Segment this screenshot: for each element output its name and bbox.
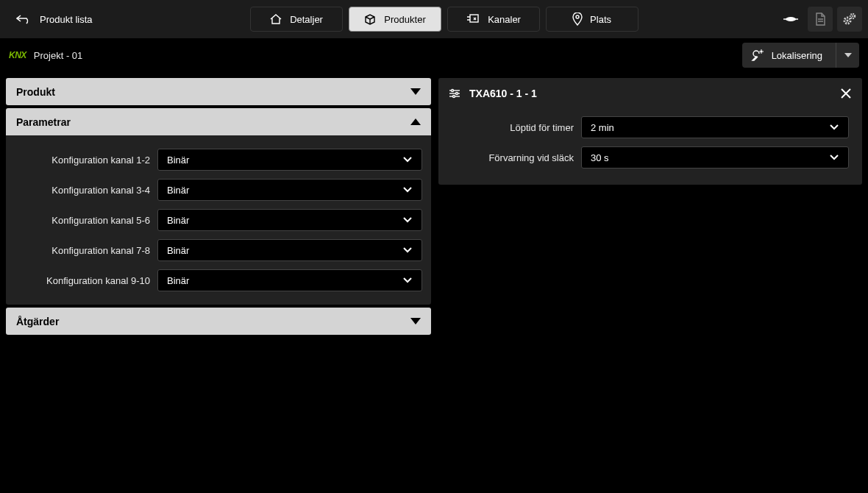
localize-button-group: Lokalisering (742, 43, 859, 68)
channels-icon (466, 13, 480, 25)
param-select[interactable]: Binär (157, 149, 422, 171)
pin-icon (572, 13, 583, 26)
back-button[interactable]: Produkt lista (6, 8, 103, 31)
svg-point-15 (453, 96, 455, 98)
localize-dropdown[interactable] (836, 43, 859, 68)
detail-label: Förvarning vid släck (452, 152, 574, 163)
param-row: Konfiguration kanal 3-4 Binär (15, 179, 422, 201)
actions-panel-header[interactable]: Åtgärder (6, 308, 431, 335)
param-select[interactable]: Binär (157, 209, 422, 231)
param-row: Konfiguration kanal 5-6 Binär (15, 209, 422, 231)
home-icon (269, 13, 282, 25)
select-value: Binär (167, 245, 189, 256)
panel-title: Åtgärder (16, 316, 59, 327)
tab-location[interactable]: Plats (546, 7, 638, 32)
localize-label: Lokalisering (772, 50, 822, 61)
svg-point-2 (786, 17, 796, 21)
subbar: KNX Projekt - 01 Lokalisering (0, 38, 868, 72)
project-label: KNX Projekt - 01 (9, 50, 82, 61)
detail-label: Löptid för timer (452, 122, 574, 133)
detail-panel: TXA610 - 1 - 1 Löptid för timer 2 min F (438, 78, 862, 185)
svg-point-8 (852, 15, 853, 17)
panel-title: Parametrar (16, 116, 71, 128)
chevron-up-icon (410, 118, 421, 126)
svg-point-1 (576, 15, 579, 18)
select-value: 2 min (591, 122, 614, 133)
param-label: Konfiguration kanal 7-8 (15, 245, 150, 256)
param-select[interactable]: Binär (157, 269, 422, 291)
left-column: Produkt Parametrar Konfiguration kanal 1… (6, 78, 431, 335)
settings-button[interactable] (837, 7, 862, 32)
cube-icon (363, 13, 377, 26)
tab-products[interactable]: Produkter (349, 7, 441, 32)
params-panel: Parametrar Konfiguration kanal 1-2 Binär… (6, 108, 431, 305)
chevron-down-icon (402, 247, 413, 253)
select-value: 30 s (591, 152, 609, 163)
knx-logo: KNX (9, 50, 26, 60)
topbar: Produkt lista Detaljer Produkter (0, 0, 868, 38)
back-icon (16, 14, 31, 24)
param-label: Konfiguration kanal 3-4 (15, 185, 150, 196)
tab-details[interactable]: Detaljer (250, 7, 343, 32)
nav-tabs: Detaljer Produkter Kanaler (250, 7, 638, 32)
tab-label: Produkter (384, 14, 425, 25)
document-button[interactable] (808, 7, 833, 32)
document-icon (814, 13, 826, 26)
svg-point-6 (847, 20, 849, 22)
chevron-down-icon (829, 124, 839, 130)
panel-title: Produkt (16, 86, 55, 98)
tab-channels[interactable]: Kanaler (447, 7, 540, 32)
content: Produkt Parametrar Konfiguration kanal 1… (0, 72, 868, 341)
param-label: Konfiguration kanal 9-10 (15, 275, 150, 286)
detail-header: TXA610 - 1 - 1 (438, 78, 862, 109)
detail-row: Löptid för timer 2 min (452, 116, 849, 138)
detail-body: Löptid för timer 2 min Förvarning vid sl… (438, 109, 862, 169)
param-row: Konfiguration kanal 1-2 Binär (15, 149, 422, 171)
caret-down-icon (844, 53, 852, 57)
tab-label: Detaljer (290, 14, 323, 25)
param-row: Konfiguration kanal 9-10 Binär (15, 269, 422, 291)
project-name: Projekt - 01 (34, 50, 82, 61)
close-icon (840, 88, 852, 99)
chevron-down-icon (402, 277, 413, 283)
wrench-icon (751, 49, 764, 62)
chevron-down-icon (402, 217, 413, 223)
connector-icon (783, 15, 799, 24)
svg-point-9 (761, 51, 762, 52)
chevron-down-icon (829, 155, 839, 160)
svg-point-11 (452, 90, 454, 92)
chevron-down-icon (402, 187, 413, 193)
topbar-right (778, 7, 862, 32)
param-label: Konfiguration kanal 1-2 (15, 155, 150, 166)
select-value: Binär (167, 275, 189, 286)
back-label: Produkt lista (40, 14, 93, 25)
detail-row: Förvarning vid släck 30 s (452, 146, 849, 169)
svg-point-13 (456, 93, 458, 95)
product-panel-header[interactable]: Produkt (6, 78, 431, 105)
params-body: Konfiguration kanal 1-2 Binär Konfigurat… (6, 135, 431, 305)
detail-select[interactable]: 2 min (581, 116, 849, 138)
tab-label: Kanaler (488, 14, 521, 25)
right-column: TXA610 - 1 - 1 Löptid för timer 2 min F (438, 78, 862, 335)
localize-button[interactable]: Lokalisering (742, 43, 836, 68)
gears-icon (842, 13, 857, 26)
param-label: Konfiguration kanal 5-6 (15, 215, 150, 226)
connector-icon-button[interactable] (778, 7, 803, 32)
param-row: Konfiguration kanal 7-8 Binär (15, 239, 422, 261)
close-button[interactable] (840, 88, 852, 99)
sliders-icon (449, 88, 460, 99)
chevron-down-icon (410, 88, 421, 96)
select-value: Binär (167, 215, 189, 226)
chevron-down-icon (402, 157, 413, 163)
chevron-down-icon (410, 318, 421, 325)
select-value: Binär (167, 185, 189, 196)
detail-select[interactable]: 30 s (581, 146, 849, 169)
param-select[interactable]: Binär (157, 239, 422, 261)
param-select[interactable]: Binär (157, 179, 422, 201)
detail-title: TXA610 - 1 - 1 (469, 88, 537, 99)
select-value: Binär (167, 155, 189, 166)
params-panel-header[interactable]: Parametrar (6, 108, 431, 135)
tab-label: Plats (590, 14, 611, 25)
